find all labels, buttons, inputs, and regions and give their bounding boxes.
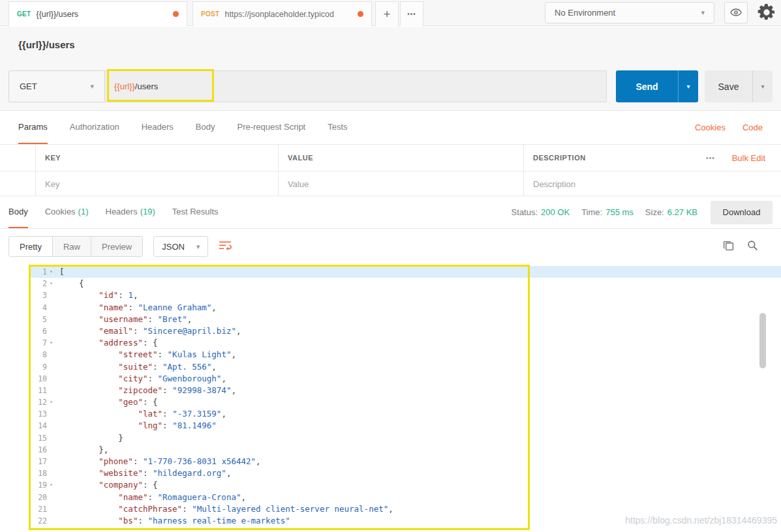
save-label[interactable]: Save (705, 70, 753, 102)
request-name-bar: {{url}}/users (0, 27, 781, 62)
line-number: 5 (29, 314, 55, 325)
fold-caret-icon[interactable]: ▾ (47, 479, 55, 491)
unsaved-changes-dot-icon (173, 11, 179, 17)
tab-method-post: POST (201, 10, 219, 18)
code-line-content: "address": { (55, 337, 158, 349)
new-tab-button[interactable]: + (375, 1, 399, 26)
code-line-content: } (55, 432, 123, 444)
line-number: 22 (29, 515, 55, 527)
line-number-with-fold-caret[interactable]: 19▾ (29, 479, 55, 491)
bulk-edit-link[interactable]: Bulk Edit (732, 153, 765, 163)
line-number: 21 (29, 503, 55, 515)
code-link[interactable]: Code (743, 123, 763, 132)
save-options-caret-icon[interactable]: ▾ (753, 70, 773, 102)
fold-caret-icon[interactable]: ▾ (47, 337, 55, 349)
code-line-content: "bs": "harness real-time e-markets" (55, 515, 290, 527)
code-line: 22 "bs": "harness real-time e-markets" (29, 515, 781, 527)
line-number: 20 (29, 492, 55, 503)
request-tab-active[interactable]: GET {{url}}/users (8, 1, 187, 26)
request-name: {{url}}/users (18, 39, 75, 50)
environment-quick-look-button[interactable] (724, 2, 748, 23)
params-table: KEY VALUE DESCRIPTION ••• Bulk Edit (0, 144, 781, 196)
cookies-count-badge: (1) (78, 207, 89, 216)
code-line-content: "company": { (55, 479, 158, 491)
response-tab-cookies[interactable]: Cookies (1) (45, 196, 89, 228)
url-variable: {{url}} (114, 81, 135, 91)
tab-tests[interactable]: Tests (328, 111, 347, 144)
response-body-viewer[interactable]: 1▾[2▾ {3 "id": 1,4 "name": "Leanne Graha… (29, 264, 781, 532)
code-line: 16 }, (29, 444, 781, 456)
cookies-link[interactable]: Cookies (695, 123, 726, 132)
code-line: 7▾ "address": { (29, 337, 781, 349)
code-line: 14 "lng": "81.1496" (29, 420, 781, 432)
line-number: 18 (29, 467, 55, 479)
code-line: 9 "suite": "Apt. 556", (29, 361, 781, 373)
tab-params[interactable]: Params (18, 111, 48, 144)
url-input[interactable]: {{url}}/users (105, 70, 607, 102)
request-tab-2[interactable]: POST https://jsonplaceholder.typicod (192, 1, 372, 26)
code-line-content: }, (55, 444, 108, 456)
code-line: 1▾[ (29, 266, 781, 278)
response-tabs: Body Cookies (1) Headers (19) Test Resul… (8, 196, 219, 228)
view-pretty-button[interactable]: Pretty (9, 237, 52, 256)
wrap-lines-icon (219, 241, 232, 253)
line-number-with-fold-caret[interactable]: 2▾ (29, 278, 55, 289)
environment-selector[interactable]: No Environment ▾ (545, 2, 714, 23)
send-label[interactable]: Send (616, 70, 679, 102)
method-dropdown[interactable]: GET ▾ (8, 70, 105, 102)
view-preview-button[interactable]: Preview (91, 237, 142, 256)
line-number: 10 (29, 373, 55, 385)
code-line: 13 "lat": "-37.3159", (29, 408, 781, 420)
tab-options-button[interactable]: ••• (400, 1, 423, 26)
params-input-row (0, 171, 781, 197)
send-button[interactable]: Send ▾ (616, 70, 698, 102)
code-line: 20 "name": "Romaguera-Crona", (29, 492, 781, 503)
column-header-value: VALUE (288, 154, 313, 162)
tab-pre-request-script[interactable]: Pre-request Script (237, 111, 305, 144)
code-line-content: "name": "Romaguera-Crona", (55, 492, 246, 503)
tab-authorization[interactable]: Authorization (70, 111, 119, 144)
line-number-with-fold-caret[interactable]: 7▾ (29, 337, 55, 349)
chevron-down-icon: ▾ (701, 8, 705, 17)
param-key-input[interactable] (45, 179, 278, 189)
code-line: 19▾ "company": { (29, 479, 781, 491)
status-label: Status: (512, 207, 538, 217)
line-number-with-fold-caret[interactable]: 1▾ (29, 266, 55, 278)
tab-headers[interactable]: Headers (142, 111, 174, 144)
view-raw-button[interactable]: Raw (52, 237, 91, 256)
download-button[interactable]: Download (711, 201, 773, 224)
tab-bar: GET {{url}}/users POST https://jsonplace… (0, 0, 781, 26)
search-response-button[interactable] (747, 240, 758, 254)
environment-label: No Environment (555, 8, 615, 18)
save-button[interactable]: Save ▾ (705, 70, 773, 102)
response-tab-test-results[interactable]: Test Results (172, 196, 219, 228)
scrollbar-thumb[interactable] (759, 313, 766, 368)
response-tab-body[interactable]: Body (8, 196, 28, 228)
fold-caret-icon[interactable]: ▾ (47, 266, 55, 278)
param-checkbox-cell[interactable] (0, 171, 36, 197)
response-stats: Status: 200 OK Time: 755 ms Size: 6.27 K… (500, 196, 697, 228)
copy-response-button[interactable] (723, 240, 734, 254)
eye-icon (730, 7, 742, 19)
param-value-input[interactable] (288, 179, 523, 189)
response-tab-headers[interactable]: Headers (19) (106, 196, 155, 228)
code-line: 17 "phone": "1-770-736-8031 x56442", (29, 456, 781, 467)
line-number: 11 (29, 385, 55, 396)
param-select-column (0, 145, 36, 171)
tab-title: {{url}}/users (36, 10, 168, 19)
fold-caret-icon[interactable]: ▾ (47, 396, 55, 408)
url-path: /users (135, 81, 158, 91)
code-line-content: [ (55, 266, 65, 278)
line-number-with-fold-caret[interactable]: 12▾ (29, 396, 55, 408)
response-language-dropdown[interactable]: JSON ▾ (153, 236, 208, 257)
settings-button[interactable] (754, 3, 780, 24)
search-icon (747, 240, 758, 254)
tab-body[interactable]: Body (196, 111, 215, 144)
param-description-input[interactable] (533, 179, 765, 189)
params-more-options-icon[interactable]: ••• (706, 155, 715, 162)
send-options-caret-icon[interactable]: ▾ (679, 70, 698, 102)
response-meta-bar: Body Cookies (1) Headers (19) Test Resul… (0, 196, 781, 229)
wrap-lines-button[interactable] (219, 241, 232, 253)
method-label: GET (20, 81, 37, 91)
fold-caret-icon[interactable]: ▾ (47, 278, 55, 289)
